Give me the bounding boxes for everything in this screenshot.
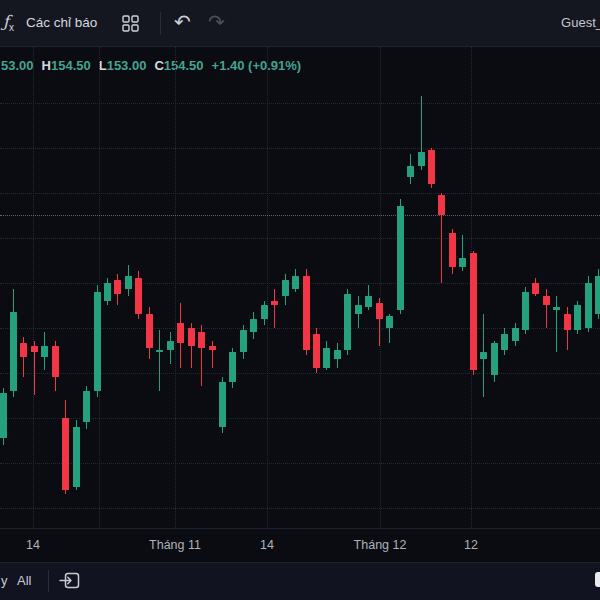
candle-body [334, 350, 341, 359]
candle-body [0, 393, 7, 438]
horizontal-gridline [0, 193, 600, 194]
candle-body [323, 348, 330, 368]
candle-body [271, 301, 278, 306]
candle-body [31, 346, 38, 353]
candle-body [41, 346, 48, 357]
candle-wick [274, 289, 275, 327]
candle-body [10, 312, 17, 391]
fx-indicator-icon[interactable]: ƒx [3, 12, 14, 33]
legend-high-value: 154.50 [51, 58, 91, 73]
vertical-gridline [33, 47, 34, 528]
candle-body [94, 292, 101, 391]
legend-high-label: H [42, 58, 51, 73]
top-toolbar: ƒx Các chỉ báo ↶ ↷ Guest_ [0, 0, 600, 47]
time-axis-label: 12 [464, 538, 478, 552]
candle-body [491, 343, 498, 375]
candle-body [282, 280, 289, 296]
trading-chart-app: ƒx Các chỉ báo ↶ ↷ Guest_ 53.00H154.50L1… [0, 0, 600, 600]
candle-body [240, 330, 247, 353]
horizontal-gridline [0, 103, 600, 104]
go-to-date-icon[interactable] [58, 569, 82, 593]
candle-body [20, 343, 27, 357]
candle-body [438, 195, 445, 215]
candle-wick [159, 330, 160, 391]
candle-body [73, 427, 80, 488]
candle-body [386, 316, 393, 327]
candle-wick [546, 289, 547, 327]
candle-body [156, 350, 163, 352]
candlestick-chart[interactable]: 53.00H154.50L153.00C154.50+1.40 (+0.91%) [0, 47, 600, 528]
candle-body [376, 303, 383, 319]
candle-body [62, 418, 69, 490]
vertical-gridline [267, 47, 268, 528]
candle-body [188, 328, 195, 346]
candle-body [114, 280, 121, 294]
toolbar-separator [160, 12, 161, 35]
candle-body [229, 352, 236, 381]
candle-body [512, 328, 519, 342]
candle-body [574, 305, 581, 330]
candle-body [198, 332, 205, 348]
clock-icon-partial[interactable] [595, 572, 600, 587]
candle-body [250, 319, 257, 333]
toolbar-separator [48, 570, 49, 592]
horizontal-gridline [0, 283, 600, 284]
candle-body [365, 296, 372, 307]
candle-body [292, 276, 299, 290]
candle-body [209, 346, 216, 351]
time-axis-label: 14 [260, 538, 274, 552]
vertical-gridline [175, 47, 176, 528]
candle-body [532, 283, 539, 294]
candle-body [449, 233, 456, 267]
guest-account-label[interactable]: Guest_ [561, 15, 600, 30]
candle-body [459, 258, 466, 267]
time-axis[interactable]: 14Tháng 1114Tháng 1212 [0, 528, 600, 562]
horizontal-gridline [0, 508, 600, 509]
undo-icon[interactable]: ↶ [174, 8, 191, 36]
candle-body [564, 314, 571, 330]
candle-body [501, 334, 508, 350]
candle-body [219, 382, 226, 427]
current-price-line [0, 215, 600, 216]
candle-body [585, 283, 592, 328]
candle-body [522, 292, 529, 330]
indicators-button[interactable]: Các chỉ báo [26, 15, 97, 30]
candle-body [355, 305, 362, 314]
horizontal-gridline [0, 238, 600, 239]
candle-body [104, 283, 111, 301]
legend-low-value: 153.00 [107, 58, 147, 73]
horizontal-gridline [0, 328, 600, 329]
legend-change-value: +1.40 (+0.91%) [212, 58, 302, 73]
candle-body [167, 341, 174, 350]
candle-body [407, 166, 414, 177]
legend-close-value: 154.50 [164, 58, 204, 73]
vertical-gridline [380, 47, 381, 528]
candle-body [83, 391, 90, 423]
time-axis-label: Tháng 12 [354, 538, 407, 552]
candle-body [428, 150, 435, 184]
candle-body [470, 253, 477, 370]
range-button-partial[interactable]: y [1, 573, 8, 588]
range-all-button[interactable]: All [17, 573, 31, 588]
horizontal-gridline [0, 148, 600, 149]
layout-grid-icon[interactable] [122, 15, 139, 32]
redo-icon: ↷ [208, 8, 225, 36]
time-axis-label: Tháng 11 [149, 538, 201, 552]
candle-body [135, 278, 142, 314]
candle-body [303, 276, 310, 350]
candle-body [52, 346, 59, 378]
candle-body [553, 307, 560, 309]
candle-body [595, 276, 600, 314]
time-axis-label: 14 [26, 538, 40, 552]
legend-close-label: C [154, 58, 163, 73]
candle-body [344, 294, 351, 350]
candle-body [543, 296, 550, 305]
candle-body [261, 305, 268, 319]
candle-wick [556, 296, 557, 352]
horizontal-gridline [0, 463, 600, 464]
candle-body [313, 334, 320, 368]
legend-open-value: 53.00 [1, 58, 34, 73]
candle-body [125, 276, 132, 290]
vertical-gridline [99, 47, 100, 528]
candle-body [480, 352, 487, 359]
